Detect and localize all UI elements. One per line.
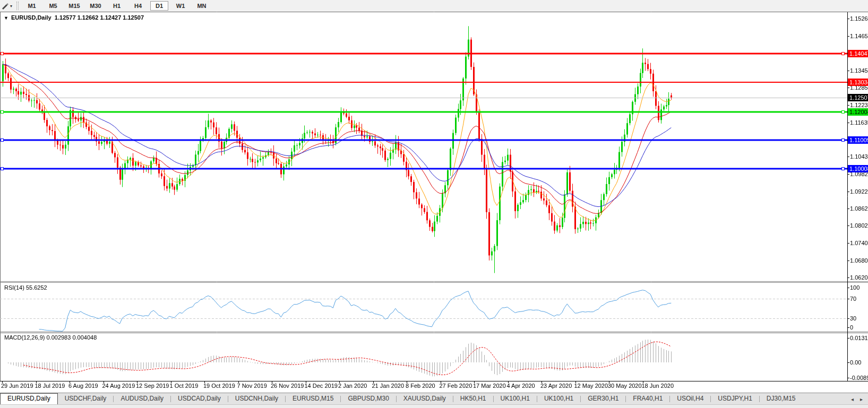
chart-tab-bar: EURUSD,DailyUSDCHF,DailyAUDUSD,DailyUSDC… xyxy=(0,393,868,405)
timeframe-toolbar: ▾ M1M5M15M30H1H4D1W1MN xyxy=(0,0,868,12)
time-axis-label: 2 Jan 2020 xyxy=(338,383,367,389)
time-axis-label: 8 Feb 2020 xyxy=(406,383,435,389)
timeframe-button-h1[interactable]: H1 xyxy=(108,1,126,11)
timeframe-button-h4[interactable]: H4 xyxy=(129,1,147,11)
chart-tab-xauusd-daily[interactable]: XAUUSD,Daily xyxy=(397,393,453,405)
price-axis-tick-label: 1.07405 xyxy=(850,240,868,246)
price-level-badge: 1.14047 xyxy=(848,50,868,57)
rsi-axis-label: 70 xyxy=(850,296,856,302)
chart-tab-fra40-h1[interactable]: FRA40,H1 xyxy=(626,393,669,405)
price-level-badge: 1.11009 xyxy=(848,136,868,144)
chart-tab-uk100-h1[interactable]: UK100,H1 xyxy=(537,393,580,405)
price-axis-tick-label: 1.06205 xyxy=(850,274,868,281)
time-axis-label: 29 Jun 2019 xyxy=(1,383,33,389)
time-axis-label: 27 Feb 2020 xyxy=(440,383,472,389)
tab-scroll-left-icon[interactable]: ◂ xyxy=(851,396,854,402)
price-chart-canvas[interactable] xyxy=(0,0,868,408)
time-axis-label: 26 Nov 2019 xyxy=(271,383,304,389)
price-axis-tick-label: 1.11635 xyxy=(850,119,868,126)
time-axis-label: 14 Dec 2019 xyxy=(305,383,338,389)
price-axis-tick-label: 1.09220 xyxy=(850,188,868,195)
chart-tab-eurusd-m15[interactable]: EURUSD,M15 xyxy=(286,393,340,405)
chart-tab-uk100-h1[interactable]: UK100,H1 xyxy=(494,393,537,405)
price-level-badge: 1.13034 xyxy=(848,79,868,86)
price-axis-tick-label: 1.08620 xyxy=(850,205,868,212)
tab-scroll-strip[interactable] xyxy=(0,404,868,408)
chevron-down-icon: ▾ xyxy=(10,4,12,8)
tab-scroll-right-icon[interactable]: ▸ xyxy=(860,396,863,402)
time-axis-label: 24 Aug 2019 xyxy=(102,383,135,389)
price-axis-tick-label: 1.14650 xyxy=(850,33,868,39)
timeframe-button-d1[interactable]: D1 xyxy=(150,1,168,11)
rsi-axis-label: 30 xyxy=(850,315,856,322)
crosshair-pencil-icon xyxy=(1,2,8,10)
chart-tab-usdjpy-h1[interactable]: USDJPY,H1 xyxy=(711,393,759,405)
timeframe-button-w1[interactable]: W1 xyxy=(171,1,190,11)
chart-ohlc-values: 1.12577 1.12662 1.12427 1.12507 xyxy=(55,14,144,21)
chart-tab-ger30-h1[interactable]: GER30,H1 xyxy=(581,393,625,405)
tab-scroll-arrows: ◂▸ xyxy=(851,393,868,405)
time-axis-label: 18 Jul 2019 xyxy=(35,383,65,389)
time-axis-label: 7 Nov 2019 xyxy=(237,383,267,389)
chart-tab-usdcad-daily[interactable]: USDCAD,Daily xyxy=(171,393,228,405)
rsi-axis-label: 100 xyxy=(850,284,860,291)
time-axis-label: 4 Apr 2020 xyxy=(507,383,535,389)
timeframe-button-m5[interactable]: M5 xyxy=(44,1,62,11)
price-axis-tick-label: 1.12235 xyxy=(850,102,868,108)
chart-title: ▼EURUSD,Daily 1.12577 1.12662 1.12427 1.… xyxy=(4,14,144,21)
collapse-icon[interactable]: ▼ xyxy=(4,15,8,21)
chart-tab-dj30-m15[interactable]: DJ30,M15 xyxy=(760,393,803,405)
chart-tab-eurusd-daily[interactable]: EURUSD,Daily xyxy=(0,393,58,405)
timeframe-buttons: M1M5M15M30H1H4D1W1MN xyxy=(23,1,211,11)
time-axis-label: 18 Jun 2020 xyxy=(642,383,674,389)
chart-tab-usdchf-daily[interactable]: USDCHF,Daily xyxy=(58,393,114,405)
price-axis-tick-label: 1.15265 xyxy=(850,15,868,22)
chart-tab-audusd-daily[interactable]: AUDUSD,Daily xyxy=(114,393,170,405)
macd-indicator-label: MACD(12,26,9) 0.002983 0.004048 xyxy=(4,334,97,341)
time-axis-label: 6 Aug 2019 xyxy=(68,383,98,389)
time-axis-label: 1 Oct 2019 xyxy=(170,383,199,389)
time-axis-label: 17 Mar 2020 xyxy=(473,383,506,389)
macd-axis-label: 0.013121 xyxy=(850,335,868,341)
toolbar-grip xyxy=(16,2,19,10)
time-axis-label: 23 Apr 2020 xyxy=(540,383,572,389)
timeframe-button-m1[interactable]: M1 xyxy=(23,1,41,11)
price-axis-tick-label: 1.08020 xyxy=(850,222,868,229)
timeframe-button-mn[interactable]: MN xyxy=(193,1,211,11)
time-axis-label: 21 Jan 2020 xyxy=(372,383,405,389)
time-axis-label: 19 Oct 2019 xyxy=(203,383,235,389)
trading-terminal-window: ▾ M1M5M15M30H1H4D1W1MN ▼EURUSD,Daily 1.1… xyxy=(0,0,868,408)
time-axis-label: 12 Sep 2019 xyxy=(136,383,169,389)
price-axis-tick-label: 1.13450 xyxy=(850,67,868,74)
price-level-badge: 1.10008 xyxy=(848,165,868,172)
timeframe-button-m30[interactable]: M30 xyxy=(87,1,105,11)
time-axis-label: 12 May 2020 xyxy=(574,383,608,389)
chart-tab-hk50-h1[interactable]: HK50,H1 xyxy=(453,393,493,405)
current-price-badge: 1.12507 xyxy=(848,94,868,101)
chart-symbol-label: EURUSD,Daily xyxy=(11,14,51,21)
time-axis-label: 30 May 2020 xyxy=(608,383,642,389)
chart-tab-gbpusd-m30[interactable]: GBPUSD,M30 xyxy=(341,393,396,405)
rsi-indicator-label: RSI(14) 55.6252 xyxy=(4,284,47,291)
price-axis-tick-label: 1.10435 xyxy=(850,153,868,160)
chart-tab-usoil-h4[interactable]: USOil,H4 xyxy=(670,393,710,405)
chart-tab-usdcnh-daily[interactable]: USDCNH,Daily xyxy=(228,393,285,405)
rsi-axis-label: 0 xyxy=(850,324,853,331)
timeframe-button-m15[interactable]: M15 xyxy=(65,1,83,11)
price-axis-tick-label: 1.06805 xyxy=(850,257,868,264)
drawing-tool-button[interactable]: ▾ xyxy=(0,2,14,10)
macd-axis-label: -0.00893 xyxy=(850,375,868,381)
macd-axis-label: 0.00 xyxy=(850,359,861,366)
price-level-badge: 1.12004 xyxy=(848,108,868,116)
